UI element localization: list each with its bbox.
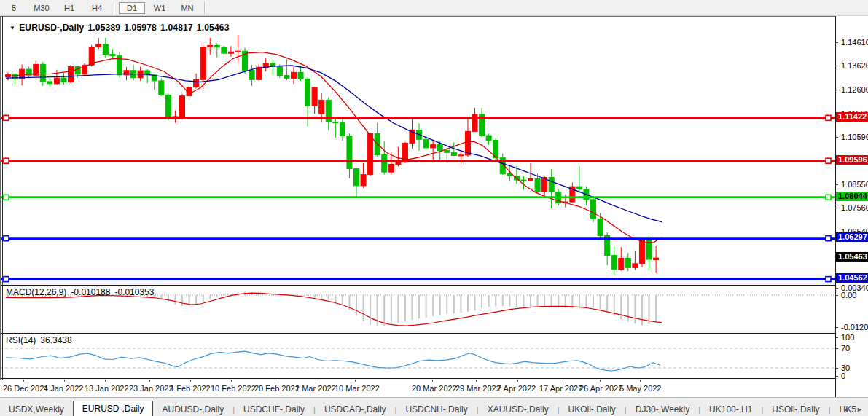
- tab-usdcnh-daily[interactable]: USDCNH-,Daily: [396, 403, 476, 416]
- time-scale: 26 Dec 20214 Jan 202213 Jan 202223 Jan 2…: [0, 380, 835, 397]
- rsi-scale-label: 0: [841, 372, 845, 380]
- window-left-frame: [0, 16, 1, 397]
- hline-anchor[interactable]: [826, 158, 831, 163]
- ohlc-close: 1.05463: [197, 23, 230, 33]
- timeframe-button-H1[interactable]: H1: [56, 2, 82, 14]
- date-label: 17 Apr 2022: [539, 384, 582, 393]
- price-badge-1.08044: 1.08044: [836, 192, 868, 201]
- price-tick-label: 1.07560: [841, 203, 868, 212]
- date-label: 20 Mar 2022: [412, 384, 457, 393]
- hline-anchor[interactable]: [826, 195, 831, 200]
- timeframe-toolbar: 5M30H1H4D1W1MN: [0, 0, 868, 16]
- timeframe-button-D1[interactable]: D1: [119, 2, 145, 14]
- date-tick-mark: [600, 380, 601, 382]
- ohlc-low: 1.04817: [160, 23, 193, 33]
- tab-usdcad-daily[interactable]: USDCAD-,Daily: [316, 403, 395, 416]
- price-tick-label: 1.13620: [841, 61, 868, 70]
- timeframe-button-W1[interactable]: W1: [146, 2, 173, 14]
- rsi-canvas: [0, 334, 835, 378]
- macd-value-signal: -0.010353: [114, 287, 154, 297]
- macd-label: MACD(12,26,9) -0.010188 -0.010353: [6, 287, 154, 297]
- chevron-down-icon[interactable]: ▼: [9, 25, 15, 31]
- date-tick-mark: [231, 380, 232, 382]
- tab-usdchf-daily[interactable]: USDCHF-,Daily: [235, 403, 313, 416]
- date-label: 10 Mar 2022: [335, 384, 380, 393]
- toolbar-separator: [204, 2, 206, 14]
- axis-border: [835, 16, 836, 397]
- symbol-period-label: EURUSD-,Daily: [19, 23, 84, 33]
- rsi-name: RSI(14): [6, 335, 36, 345]
- hline-anchor[interactable]: [4, 236, 9, 241]
- price-scale: 1.146101.136201.126001.115801.105901.096…: [836, 16, 868, 397]
- macd-scale-label: -0.01205: [841, 323, 868, 331]
- date-label: 23 Jan 2022: [129, 384, 173, 393]
- tab-usdx-weekly[interactable]: USDX,Weekly: [0, 403, 73, 416]
- date-label: 10 Feb 2022: [211, 384, 256, 393]
- chart-title: ▼ EURUSD-,Daily 1.05389 1.05978 1.04817 …: [9, 23, 230, 33]
- date-tick-mark: [23, 380, 24, 382]
- hline-anchor[interactable]: [826, 236, 831, 241]
- timeframe-button-M30[interactable]: M30: [28, 2, 55, 14]
- price-tick-label: 1.08550: [841, 180, 868, 189]
- price-tick-label: 1.10590: [841, 133, 868, 141]
- date-label: 1 Feb 2022: [170, 384, 211, 393]
- price-tick-label: 1.14610: [841, 38, 868, 47]
- price-badge-1.11422: 1.11422: [836, 112, 868, 122]
- hline-anchor[interactable]: [4, 277, 9, 282]
- date-label: 13 Jan 2022: [85, 384, 129, 393]
- price-badge-1.05463: 1.05463: [836, 252, 868, 262]
- tab-audusd-daily[interactable]: AUDUSD-,Daily: [153, 403, 232, 416]
- tab-usoil-daily[interactable]: USOil-,Daily: [763, 403, 828, 416]
- date-label: 26 Dec 2021: [3, 384, 48, 393]
- tab-uk100-h1[interactable]: UK100-,H1: [700, 403, 761, 416]
- date-tick-mark: [105, 380, 106, 382]
- tab-scroll-arrows[interactable]: ◄ ►: [842, 406, 866, 413]
- macd-indicator-panel[interactable]: MACD(12,26,9) -0.010188 -0.010353: [0, 286, 835, 331]
- timeframe-button-MN[interactable]: MN: [174, 2, 200, 14]
- date-tick-mark: [517, 380, 518, 382]
- hline-anchor[interactable]: [826, 277, 831, 282]
- date-label: 5 May 2022: [619, 384, 661, 393]
- rsi-value: 36.3438: [40, 335, 71, 345]
- price-badge-1.06297: 1.06297: [836, 232, 868, 242]
- tab-xauusd-daily[interactable]: XAUUSD-,Daily: [479, 403, 558, 416]
- price-badge-1.04562: 1.04562: [836, 273, 868, 283]
- ma-fast-red: [6, 52, 662, 243]
- chart-tab-bar: USDX,WeeklyEURUSD-,DailyAUDUSD-,Daily|US…: [0, 397, 868, 416]
- rsi-scale-label: 100: [841, 333, 854, 342]
- ohlc-high: 1.05978: [124, 23, 157, 33]
- date-tick-mark: [149, 380, 150, 382]
- timeframe-button-H4[interactable]: H4: [84, 2, 110, 14]
- hline-anchor[interactable]: [826, 115, 831, 120]
- macd-signal-line: [6, 293, 662, 326]
- hline-anchor[interactable]: [4, 158, 9, 163]
- date-tick-mark: [560, 380, 560, 382]
- date-label: 20 Feb 2022: [254, 384, 300, 393]
- date-tick-mark: [476, 380, 477, 382]
- chart-left-border: [2, 16, 3, 397]
- rsi-label: RSI(14) 36.3438: [6, 335, 72, 345]
- date-tick-mark: [64, 380, 65, 382]
- date-tick-mark: [432, 380, 433, 382]
- date-tick-mark: [190, 380, 191, 382]
- date-label: 26 Apr 2022: [579, 384, 622, 393]
- tab-eurusd-daily[interactable]: EURUSD-,Daily: [73, 401, 154, 416]
- tab-ukoil-daily[interactable]: UKOil-,Daily: [560, 403, 625, 416]
- price-badge-1.09596: 1.09596: [836, 155, 868, 165]
- toolbar-separator: [114, 2, 115, 14]
- date-tick-mark: [275, 380, 275, 382]
- macd-name: MACD(12,26,9): [6, 287, 66, 297]
- macd-scale-label: 0.00: [841, 291, 856, 299]
- hline-anchor[interactable]: [4, 195, 9, 200]
- price-tick-label: 1.12600: [841, 85, 868, 94]
- timeframe-button-5[interactable]: 5: [1, 2, 27, 14]
- hline-anchor[interactable]: [4, 115, 9, 120]
- trading-platform-window: 5M30H1H4D1W1MN ▼ EURUSD-,Daily 1.05389 1…: [0, 0, 868, 416]
- rsi-scale-label: 70: [841, 344, 850, 353]
- price-chart-canvas: [0, 17, 835, 283]
- ma-slow-blue: [6, 66, 662, 222]
- tab-dj30-weekly[interactable]: DJ30-,Weekly: [627, 403, 698, 416]
- rsi-indicator-panel[interactable]: RSI(14) 36.3438: [0, 334, 835, 378]
- price-chart-panel[interactable]: ▼ EURUSD-,Daily 1.05389 1.05978 1.04817 …: [0, 16, 835, 283]
- macd-value-main: -0.010188: [71, 287, 110, 297]
